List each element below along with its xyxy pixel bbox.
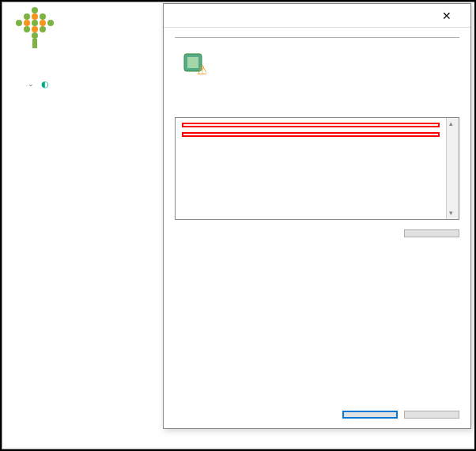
svg-point-10 (32, 26, 38, 32)
tree-item-other-devices[interactable]: ⌄ (26, 77, 184, 91)
svg-point-8 (47, 20, 54, 26)
ok-button[interactable] (342, 411, 398, 419)
device-info-table (214, 89, 459, 101)
close-button[interactable]: ✕ (431, 5, 463, 27)
properties-dialog: ✕ ⚠ (163, 3, 471, 429)
svg-point-1 (24, 13, 30, 20)
watermark-logo (9, 6, 57, 49)
svg-point-4 (16, 20, 22, 26)
close-icon: ✕ (442, 9, 451, 22)
tab-strip (175, 37, 459, 38)
svg-rect-13 (32, 39, 37, 48)
chevron-down-icon[interactable]: ⌄ (26, 80, 36, 88)
svg-text:⚠: ⚠ (197, 63, 206, 76)
svg-point-2 (32, 13, 38, 20)
question-icon (39, 78, 51, 90)
svg-point-6 (32, 20, 38, 26)
device-tree[interactable]: ⌄ (26, 77, 184, 417)
svg-point-11 (40, 26, 46, 32)
dialog-titlebar[interactable]: ✕ (164, 4, 470, 28)
logo-dots-icon (9, 6, 57, 49)
status-line-2 (182, 132, 440, 137)
cancel-button[interactable] (404, 411, 459, 419)
svg-point-7 (40, 20, 46, 26)
svg-point-12 (32, 32, 38, 39)
update-driver-button[interactable] (404, 229, 459, 237)
svg-point-0 (32, 7, 38, 13)
svg-point-5 (24, 20, 30, 26)
device-warning-icon: ⚠ (179, 49, 206, 76)
scrollbar[interactable] (446, 118, 459, 219)
device-status-box[interactable] (175, 117, 459, 220)
svg-point-9 (24, 26, 30, 32)
status-line-1 (182, 123, 440, 127)
svg-point-3 (40, 13, 46, 20)
